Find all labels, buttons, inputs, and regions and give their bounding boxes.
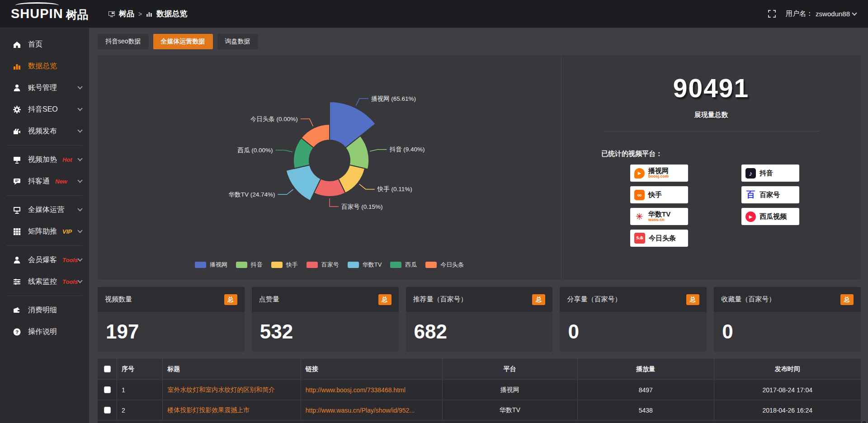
video-publish-icon	[13, 127, 21, 136]
breadcrumb-current: 数据总览	[156, 9, 187, 19]
douyin-logo-icon: ♪	[745, 168, 756, 179]
legend-item-播视网[interactable]: 播视网	[195, 261, 227, 269]
legend-swatch	[425, 262, 437, 268]
monitor-icon	[13, 206, 21, 214]
platform-badge-wasu: ✳ 华数TVwasu.cn	[630, 208, 688, 225]
total-badge[interactable]: 总	[224, 294, 237, 305]
pie-slice-华数TV[interactable]	[286, 165, 321, 201]
platforms-col-2: ♪ 抖音 百 百家号 ▶ 西瓜视频	[741, 164, 799, 247]
row-checkbox[interactable]	[104, 386, 111, 393]
col-plays: 播放量	[578, 359, 714, 380]
pie-label: 抖音 (9.40%)	[389, 146, 425, 153]
cell-url-link[interactable]: http://www.boosj.com/7338468.html	[301, 380, 442, 400]
sidebar-item-11[interactable]: 消费明细	[0, 299, 89, 321]
sidebar-item-2[interactable]: 账号管理	[0, 77, 89, 99]
platform-badge-toutiao: 头条 今日头条	[630, 230, 688, 247]
sidebar-item-9[interactable]: 会员爆客Tools	[0, 249, 89, 271]
top-header: SHUPIN 树品 树品 > 数据总览 用户名： zswodun88	[0, 0, 868, 28]
cell-url-link[interactable]: http://www.wasu.cn/Play/show/id/952...	[301, 400, 442, 420]
floating-widget[interactable]	[862, 420, 867, 423]
legend-swatch	[307, 262, 318, 268]
user-icon	[13, 84, 21, 92]
legend-item-今日头条[interactable]: 今日头条	[425, 261, 464, 269]
sidebar-item-1[interactable]: 数据总览	[0, 55, 89, 77]
stat-value: 532	[252, 312, 399, 352]
chevron-down-icon	[77, 278, 82, 283]
legend-swatch	[236, 262, 247, 268]
total-badge[interactable]: 总	[686, 294, 699, 305]
sidebar-item-badge: VIP	[62, 228, 72, 235]
sidebar-item-7[interactable]: 全媒体运营	[0, 199, 89, 221]
sidebar-item-0[interactable]: 首页	[0, 33, 89, 55]
sidebar-item-label: 会员爆客	[28, 255, 57, 265]
stat-card-shares: 分享量（百家号）总 0	[560, 287, 707, 352]
legend-swatch	[390, 262, 401, 268]
stat-value: 0	[560, 312, 707, 352]
tab-inquiry[interactable]: 询盘数据	[217, 34, 258, 49]
sidebar-divider	[6, 195, 83, 196]
question-circle-icon: ?	[13, 328, 21, 336]
legend-item-西瓜[interactable]: 西瓜	[390, 261, 417, 269]
legend-swatch	[348, 262, 359, 268]
sidebar-item-badge: Hot	[62, 156, 72, 163]
pie-slice-播视网[interactable]	[330, 102, 376, 148]
sidebar-item-4[interactable]: 视频发布	[0, 120, 89, 142]
pie-label: 百家号 (0.15%)	[341, 203, 383, 210]
tab-all-media[interactable]: 全媒体运营数据	[153, 34, 213, 49]
total-badge[interactable]: 总	[532, 294, 545, 305]
col-time: 发布时间	[714, 359, 861, 380]
videos-table: 序号 标题 链接 平台 播放量 发布时间 1 室外水纹灯和室内水纹灯的区别和简	[98, 359, 861, 423]
user-menu[interactable]: 用户名： zswodun88	[786, 9, 856, 18]
sidebar-item-label: 矩阵助推	[28, 227, 57, 236]
legend-item-百家号[interactable]: 百家号	[307, 261, 339, 269]
stat-card-recommends: 推荐量（百家号）总 682	[406, 287, 553, 352]
chevron-down-icon	[77, 178, 82, 183]
sidebar-item-5[interactable]: 视频加热Hot	[0, 149, 89, 170]
logo-arc-decoration	[15, 2, 59, 9]
username-label: 用户名：	[786, 9, 813, 18]
breadcrumb-root[interactable]: 树品	[119, 9, 134, 19]
cell-plays: 8497	[578, 380, 714, 400]
platform-name: 百家号	[760, 191, 780, 198]
cell-platform: 播视网	[442, 380, 578, 400]
stat-cards-row: 视频数量总 197 点赞量总 532 推荐量（百家号）总 682 分享量（百家号…	[98, 287, 861, 352]
xigua-logo-icon: ▶	[745, 212, 756, 222]
table-row-partial	[98, 420, 861, 423]
home-icon	[13, 40, 21, 49]
sidebar-item-6[interactable]: 抖客通New	[0, 170, 89, 192]
legend-item-华数TV[interactable]: 华数TV	[348, 261, 382, 269]
legend-item-快手[interactable]: 快手	[271, 261, 298, 269]
total-badge[interactable]: 总	[840, 294, 854, 305]
platform-badge-kuaishou: ∞ 快手	[630, 186, 688, 203]
breadcrumb: 树品 > 数据总览	[108, 9, 187, 19]
tab-douyin-seo[interactable]: 抖音seo数据	[98, 34, 149, 49]
cell-title-link[interactable]: 室外水纹灯和室内水纹灯的区别和简介	[163, 380, 301, 400]
sidebar-item-label: 账号管理	[28, 83, 57, 93]
table-row: 2 楼体投影灯投影效果震撼上市 http://www.wasu.cn/Play/…	[98, 400, 861, 420]
cell-title-link[interactable]: 楼体投影灯投影效果震撼上市	[163, 400, 301, 420]
cell-no: 2	[117, 400, 163, 420]
svg-text:?: ?	[15, 329, 19, 334]
sidebar-item-label: 全媒体运营	[28, 205, 64, 215]
sidebar-item-10[interactable]: 线索监控Tools	[0, 271, 89, 292]
legend-swatch	[271, 262, 283, 268]
legend-label: 今日头条	[440, 261, 464, 269]
select-all-checkbox[interactable]	[104, 366, 111, 372]
legend-label: 抖音	[251, 261, 263, 269]
fullscreen-icon[interactable]	[768, 10, 776, 18]
rose-pie-chart[interactable]: 播视网 (65.61%)抖音 (9.40%)快手 (0.11%)百家号 (0.1…	[171, 66, 488, 260]
row-checkbox[interactable]	[104, 407, 111, 414]
sidebar-item-12[interactable]: ?操作说明	[0, 321, 89, 343]
sidebar-item-8[interactable]: 矩阵助推VIP	[0, 221, 89, 242]
main-content: 抖音seo数据 全媒体运营数据 询盘数据 播视网 (65.61%)抖音 (9.4…	[89, 28, 868, 423]
sidebar-item-3[interactable]: 抖音SEO	[0, 99, 89, 120]
total-badge[interactable]: 总	[378, 294, 392, 305]
sidebar: 首页数据总览账号管理抖音SEO视频发布视频加热Hot抖客通New全媒体运营矩阵助…	[0, 28, 89, 423]
toutiao-logo-icon: 头条	[634, 233, 645, 244]
chevron-down-icon	[77, 256, 82, 261]
table-header-row: 序号 标题 链接 平台 播放量 发布时间	[98, 359, 861, 380]
legend-item-抖音[interactable]: 抖音	[236, 261, 263, 269]
pie-label: 西瓜 (0.00%)	[237, 146, 273, 153]
grid-icon	[13, 227, 21, 236]
breadcrumb-separator: >	[138, 10, 142, 18]
